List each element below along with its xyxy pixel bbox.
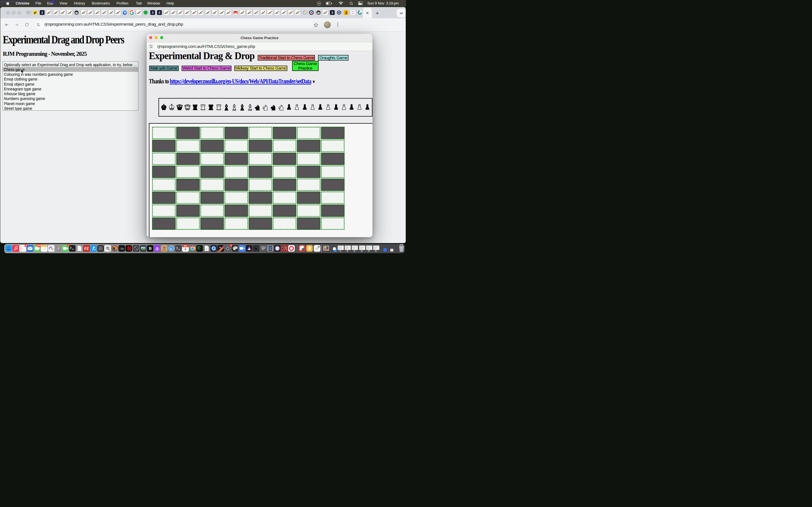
svg-text:S: S: [152, 10, 154, 14]
svg-text:S: S: [331, 10, 333, 14]
svg-text:FZ: FZ: [84, 246, 89, 251]
svg-text:NOV: NOV: [184, 245, 187, 247]
svg-text:9: 9: [185, 247, 186, 251]
svg-text:IJ: IJ: [219, 246, 221, 249]
svg-text:S: S: [158, 10, 160, 14]
svg-text:B: B: [149, 246, 151, 251]
svg-text:S: S: [41, 10, 43, 14]
svg-text:box: box: [351, 12, 355, 14]
svg-text:tv: tv: [120, 247, 124, 250]
svg-text:K: K: [145, 11, 147, 14]
